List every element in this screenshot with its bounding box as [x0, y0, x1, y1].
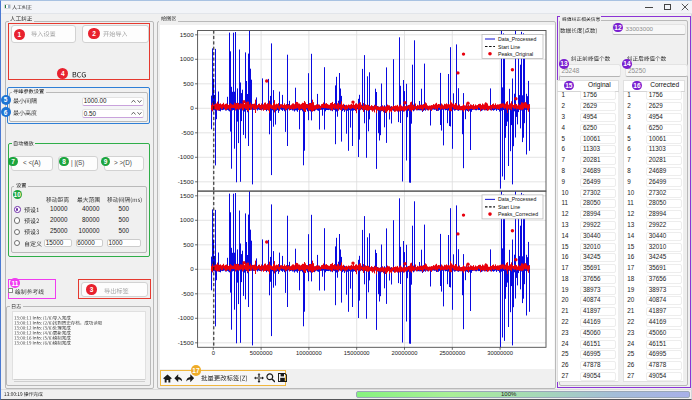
svg-text:-1000: -1000 — [178, 153, 194, 160]
svg-text:0: 0 — [212, 350, 215, 356]
svg-text:10000000: 10000000 — [296, 350, 322, 356]
svg-text:1000: 1000 — [180, 55, 194, 62]
svg-text:Start Line: Start Line — [498, 204, 520, 210]
svg-text:-1000: -1000 — [178, 314, 194, 321]
svg-text:1500: 1500 — [180, 192, 194, 199]
svg-text:500: 500 — [183, 241, 194, 248]
svg-text:Data_Processed: Data_Processed — [498, 196, 536, 202]
svg-text:-1500: -1500 — [178, 339, 194, 346]
svg-text:20000000: 20000000 — [392, 350, 418, 356]
svg-text:25000000: 25000000 — [439, 350, 465, 356]
svg-text:5000000: 5000000 — [250, 350, 273, 356]
svg-text:Start Line: Start Line — [498, 44, 520, 50]
svg-text:0: 0 — [190, 104, 194, 111]
svg-text:1500: 1500 — [180, 31, 194, 38]
svg-text:1000: 1000 — [180, 216, 194, 223]
svg-text:Peaks_Original: Peaks_Original — [498, 51, 533, 57]
svg-text:0: 0 — [190, 265, 194, 272]
svg-text:-500: -500 — [181, 290, 194, 297]
svg-text:30000000: 30000000 — [487, 350, 513, 356]
svg-text:-500: -500 — [181, 129, 194, 136]
svg-text:Data_Processed: Data_Processed — [498, 36, 536, 42]
svg-text:15000000: 15000000 — [344, 350, 370, 356]
svg-text:Peaks_Corrected: Peaks_Corrected — [498, 211, 538, 217]
svg-text:-1500: -1500 — [178, 178, 194, 185]
svg-text:500: 500 — [183, 80, 194, 87]
